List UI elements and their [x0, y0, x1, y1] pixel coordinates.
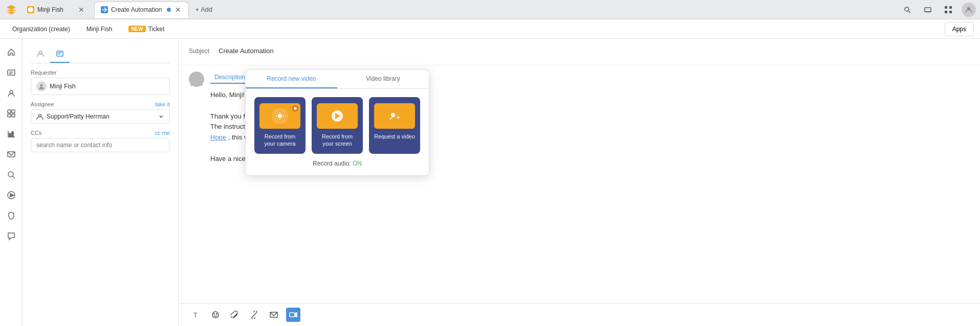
tab-create-automation[interactable]: Create Automation ✕	[94, 2, 189, 18]
nav-tab-ticket-label: Ticket	[148, 26, 165, 33]
toolbar-email-icon[interactable]	[267, 308, 281, 322]
screen-card-label: Record from your screen	[316, 133, 359, 148]
nav-tab-org[interactable]: Organization (create)	[6, 22, 76, 36]
toolbar-emoji-icon[interactable]	[208, 308, 223, 322]
tab-minji-close[interactable]: ✕	[77, 6, 85, 14]
assignee-select[interactable]: Support/Patty Herrman	[31, 109, 170, 124]
toolbar-attach-icon[interactable]	[228, 308, 242, 322]
record-screen-card[interactable]: Record from your screen	[312, 97, 363, 154]
add-tab-label: + Add	[195, 6, 212, 13]
new-badge: NEW	[128, 26, 145, 32]
tab-create-close[interactable]: ✕	[174, 6, 182, 14]
cast-icon-btn[interactable]	[921, 3, 935, 17]
request-video-card[interactable]: Request a video	[369, 97, 420, 154]
audio-row: Record audio: ON	[254, 160, 421, 167]
sidebar-icon-email[interactable]	[2, 145, 20, 164]
tab-unsaved-dot	[167, 8, 171, 12]
cc-me-link[interactable]: cc me	[155, 130, 170, 136]
svg-rect-40	[290, 313, 295, 317]
tab-bar-right	[900, 3, 976, 17]
sidebar-icon-home[interactable]	[2, 43, 20, 61]
nav-tab-minji[interactable]: Minji Fish	[80, 22, 119, 36]
audio-label: Record audio:	[313, 160, 351, 167]
record-camera-card[interactable]: Record from your camera	[254, 97, 306, 154]
sidebar-icon-chart[interactable]	[2, 125, 20, 143]
svg-point-35	[212, 312, 219, 318]
nav-tab-ticket[interactable]: NEW Ticket	[122, 22, 170, 36]
add-tab-button[interactable]: + Add	[191, 4, 216, 15]
request-thumb-content	[374, 103, 415, 129]
user-avatar[interactable]	[962, 3, 976, 17]
description-tab[interactable]: Description	[210, 72, 249, 84]
svg-line-24	[13, 176, 15, 178]
main-layout: Requester Minji Fish Assignee take it Su…	[0, 39, 980, 326]
assignee-section: Assignee take it Support/Patty Herrman	[31, 101, 170, 124]
svg-point-0	[28, 7, 33, 12]
ccs-section: CCs cc me	[31, 130, 170, 152]
svg-marker-41	[295, 313, 297, 317]
sidebar-icon-users[interactable]	[2, 84, 20, 102]
sidebar-icon-shield[interactable]	[2, 206, 20, 225]
panel-tabs	[31, 47, 170, 63]
assignee-chevron	[158, 113, 164, 120]
subject-value-text: Create Automation	[219, 47, 274, 55]
audio-value[interactable]: ON	[353, 160, 362, 167]
screen-thumbnail	[317, 103, 358, 129]
sidebar-icon-search[interactable]	[2, 166, 20, 184]
sidebar-icon-ticket[interactable]	[2, 63, 20, 82]
svg-point-33	[193, 74, 200, 80]
nav-right: Apps	[945, 22, 974, 36]
sender-avatar	[189, 72, 204, 87]
sidebar-icon-grid[interactable]	[2, 104, 20, 123]
requester-input[interactable]: Minji Fish	[31, 78, 170, 95]
popup-tabs: Record new video Video library	[246, 70, 429, 89]
popup-tab-record[interactable]: Record new video	[246, 70, 337, 88]
popup-content: Record from your camera Record from your…	[246, 89, 429, 175]
panel-tab-list[interactable]	[50, 47, 70, 63]
nav-tab-minji-label: Minji Fish	[86, 26, 113, 33]
svg-rect-20	[9, 133, 11, 137]
svg-rect-15	[12, 110, 15, 113]
editor-toolbar: T	[179, 303, 980, 326]
sidebar-icon-play[interactable]	[2, 186, 20, 204]
ccs-input[interactable]	[31, 138, 170, 152]
camera-thumbnail	[259, 103, 300, 129]
nav-bar: Organization (create) Minji Fish NEW Tic…	[0, 19, 980, 39]
assignee-label: Assignee take it	[31, 101, 170, 107]
svg-rect-3	[925, 8, 931, 12]
nav-tab-org-label: Organization (create)	[12, 26, 70, 33]
panel-tab-person[interactable]	[31, 47, 50, 63]
tab-minji-fish[interactable]: Minji Fish ✕	[20, 2, 92, 18]
content-area: Subject Create Automation Description He…	[179, 39, 980, 326]
search-icon-btn[interactable]	[900, 3, 914, 17]
svg-rect-28	[57, 51, 63, 56]
svg-rect-5	[945, 6, 947, 9]
email-link[interactable]: Hope	[210, 133, 226, 141]
apps-icon-btn[interactable]	[941, 3, 955, 17]
subject-label-text: Subject	[189, 48, 214, 55]
video-cards: Record from your camera Record from your…	[254, 97, 421, 154]
sidebar-icon-chat[interactable]	[2, 227, 20, 245]
requester-label: Requester	[31, 69, 170, 76]
assignee-value: Support/Patty Herrman	[47, 113, 110, 120]
toolbar-link-icon[interactable]	[247, 308, 262, 322]
camera-icon-circle	[272, 108, 288, 124]
tab-bar: Minji Fish ✕ Create Automation ✕ + Add	[0, 0, 980, 19]
take-it-link[interactable]: take it	[155, 101, 170, 107]
requester-section: Requester Minji Fish	[31, 69, 170, 95]
svg-rect-16	[8, 114, 11, 117]
requester-value: Minji Fish	[50, 83, 76, 90]
toolbar-text-icon[interactable]: T	[189, 308, 203, 322]
svg-point-1	[905, 7, 909, 11]
subject-section: Subject Create Automation	[179, 39, 980, 65]
apps-button[interactable]: Apps	[945, 22, 974, 36]
svg-rect-17	[12, 114, 15, 117]
svg-rect-7	[945, 11, 947, 13]
svg-rect-10	[8, 70, 15, 75]
toolbar-video-icon[interactable]	[286, 308, 300, 322]
svg-marker-26	[10, 194, 14, 197]
svg-line-38	[253, 314, 256, 316]
tab-create-label: Create Automation	[111, 6, 162, 13]
popup-tab-library[interactable]: Video library	[337, 70, 429, 88]
svg-text:T: T	[193, 312, 198, 319]
